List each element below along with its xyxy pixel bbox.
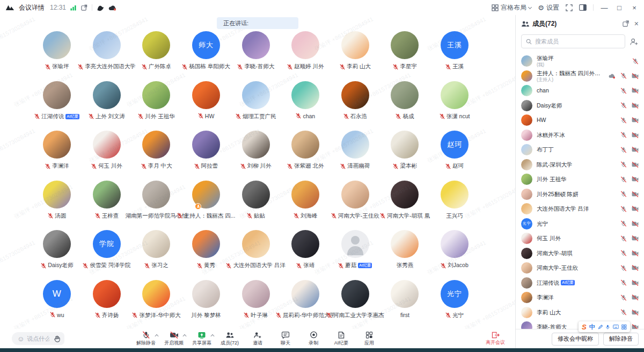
participant-tile[interactable]: 张秀燕 (380, 230, 430, 280)
participant-tile[interactable]: 师大 杨国栋 阜阳师大 (181, 31, 231, 81)
participant-tile[interactable]: 刘柳 川外 (231, 131, 281, 181)
participant-tile[interactable]: 屈莉莉-华中师范大学 (281, 280, 331, 330)
participant-tile[interactable]: chan (281, 81, 331, 131)
leave-meeting-button[interactable]: 离开会议 (481, 330, 510, 347)
participant-tile[interactable]: 齐诗扬 (82, 280, 132, 330)
toolbar-item[interactable]: 共享屏幕 (189, 330, 215, 347)
participant-tile[interactable]: 蘑菇 AI纪要 (331, 230, 380, 280)
toolbar-item[interactable]: 解除静音 (134, 330, 159, 347)
member-row[interactable]: 李莉 山大 (521, 305, 639, 320)
participant-tile[interactable]: 张瑜坪 (32, 31, 82, 81)
cloud-status-icon[interactable] (108, 5, 116, 11)
ime-toolbox-icon[interactable] (621, 324, 627, 330)
participant-tile[interactable]: HW (181, 81, 231, 131)
participant-tile[interactable]: 张靖 (281, 230, 331, 280)
member-list[interactable]: 张瑜坪 (我) 主持人：魏丽杰 四川外国语大学 (主持人) (516, 53, 644, 329)
member-row[interactable]: 河南大学-王佳欣 (521, 261, 639, 276)
participant-tile[interactable]: 阿拉蕾 (181, 131, 231, 181)
participant-tile[interactable]: 刘Jacob (430, 230, 480, 280)
participant-tile[interactable]: 石永浩 (331, 81, 380, 131)
participant-tile[interactable]: 江湖传说 AI纪要 (32, 81, 82, 131)
maximize-button[interactable]: □ (615, 4, 624, 12)
settings-button[interactable]: ⚙ 设置 (538, 3, 559, 12)
unmute-button[interactable]: 解除静音 (603, 333, 639, 346)
member-row[interactable]: 布丁丁 (521, 142, 639, 157)
search-members-input[interactable]: 搜索成员 (521, 34, 625, 48)
member-row[interactable]: 李澜洋 (521, 290, 639, 305)
participant-tile[interactable]: 大连外国语大学 吕洋 (231, 230, 281, 280)
panel-toggle-icon[interactable] (579, 4, 587, 11)
member-row[interactable]: HW (521, 113, 639, 128)
toolbar-item[interactable]: 开启视频 (162, 330, 187, 347)
participant-tile[interactable]: 何玉 川外 (82, 131, 132, 181)
participant-tile[interactable]: 梁本彬 (380, 131, 430, 181)
participant-tile[interactable]: 川外 黎梦林 (181, 280, 231, 330)
toolbar-item[interactable]: 录制 (301, 330, 326, 347)
participant-tile[interactable]: 王兴巧 (430, 181, 480, 231)
participant-tile[interactable]: 烟理工贾广民 (231, 81, 281, 131)
participant-tile[interactable]: 刘海峰 (281, 181, 331, 231)
participant-tile[interactable]: 王梓查 (82, 181, 132, 231)
meeting-details-link[interactable]: 会议详情 (19, 3, 45, 12)
chevron-up-icon[interactable] (210, 334, 214, 338)
participant-tile[interactable]: 李莉 山大 (331, 31, 380, 81)
ime-toolbar[interactable]: S 中 (579, 321, 630, 332)
participant-tile[interactable]: 叶子琳 (231, 280, 281, 330)
add-member-icon[interactable] (630, 38, 639, 46)
participant-tile[interactable]: 贴贴 (231, 181, 281, 231)
participant-tile[interactable]: 汤圆 (32, 181, 82, 231)
toolbar-item[interactable]: 邀请 (245, 330, 270, 347)
member-row[interactable]: 主持人：魏丽杰 四川外国语大学 (主持人) (521, 69, 639, 84)
fullscreen-icon[interactable] (566, 4, 573, 11)
layout-switcher[interactable]: 宫格布局 (492, 3, 531, 12)
chevron-up-icon[interactable] (155, 334, 158, 338)
participant-tile[interactable]: 广外陈卓 (131, 31, 181, 81)
participant-tile[interactable]: 河南大学-王佳欣 (331, 181, 380, 231)
participant-tile[interactable]: 李亮大连外国语大学 (82, 31, 132, 81)
member-row[interactable]: 光宁 光宁 (521, 217, 639, 232)
minimize-button[interactable]: — (600, 4, 609, 12)
participant-tile[interactable]: 清画幽荷 (331, 131, 380, 181)
member-row[interactable]: 陈武-深圳大学 (521, 157, 639, 173)
participant-tile[interactable]: 湖南第一师范学院马心怡 (131, 181, 181, 231)
toolbar-item[interactable]: AI纪要 (329, 330, 354, 347)
rename-button[interactable]: 修改会中昵称 (552, 333, 599, 346)
participant-tile[interactable]: 川外 王祖华 (131, 81, 181, 131)
raise-hand-button[interactable] (49, 332, 64, 345)
ime-mic-icon[interactable] (605, 324, 610, 330)
ime-keyboard-icon[interactable] (613, 324, 619, 329)
member-row[interactable]: 江湖传说AI纪要 (521, 276, 639, 291)
ime-mode-toggle[interactable]: 中 (589, 323, 595, 331)
participant-tile[interactable]: 赵顺婷 川外 (281, 31, 331, 81)
member-row[interactable]: 冰糕并不冰 (521, 128, 639, 143)
member-row[interactable]: 川外 王祖华 (521, 172, 639, 187)
toolbar-item[interactable]: 应用 (357, 330, 382, 347)
participant-tile[interactable]: first (380, 280, 430, 330)
member-row[interactable]: 张瑜坪 (我) (521, 54, 639, 69)
member-row[interactable]: 河南大学-胡琪 (521, 246, 639, 261)
popout-panel-icon[interactable] (623, 20, 629, 27)
participant-tile[interactable]: W wu (32, 280, 82, 330)
participant-tile[interactable]: 赵珂 赵珂 (430, 131, 480, 181)
participant-tile[interactable]: 李月 中大 (131, 131, 181, 181)
participant-tile[interactable]: 张梦洋-华中师大 (131, 280, 181, 330)
participant-tile[interactable]: Daisy老师 (32, 230, 82, 280)
participant-tile[interactable]: 李晓-首师大 (231, 31, 281, 81)
close-panel-icon[interactable]: × (634, 20, 639, 27)
ime-pen-icon[interactable] (598, 324, 603, 330)
toolbar-item[interactable]: 聊天 (273, 330, 298, 347)
member-row[interactable]: chan (521, 83, 639, 98)
participant-tile[interactable]: 上外 刘文涛 (82, 81, 132, 131)
member-row[interactable]: Daisy老师 (521, 98, 639, 113)
participant-tile[interactable]: 张潇 ncut (430, 81, 480, 131)
close-button[interactable]: × (630, 4, 639, 12)
participant-tile[interactable]: 杨成 (380, 81, 430, 131)
participant-tile[interactable]: 王溪 王溪 (430, 31, 480, 81)
member-row[interactable]: 川外25翻硕 陈妍 (521, 187, 639, 202)
decoration-badge-icon[interactable] (97, 4, 104, 11)
participant-tile[interactable]: 河南大学-胡琪 凰 (380, 181, 430, 231)
chevron-up-icon[interactable] (182, 334, 186, 338)
ime-logo[interactable]: S (582, 323, 587, 331)
participant-tile[interactable]: 河南工业大学李惠杰 (331, 280, 380, 330)
open-external-icon[interactable] (81, 4, 87, 11)
